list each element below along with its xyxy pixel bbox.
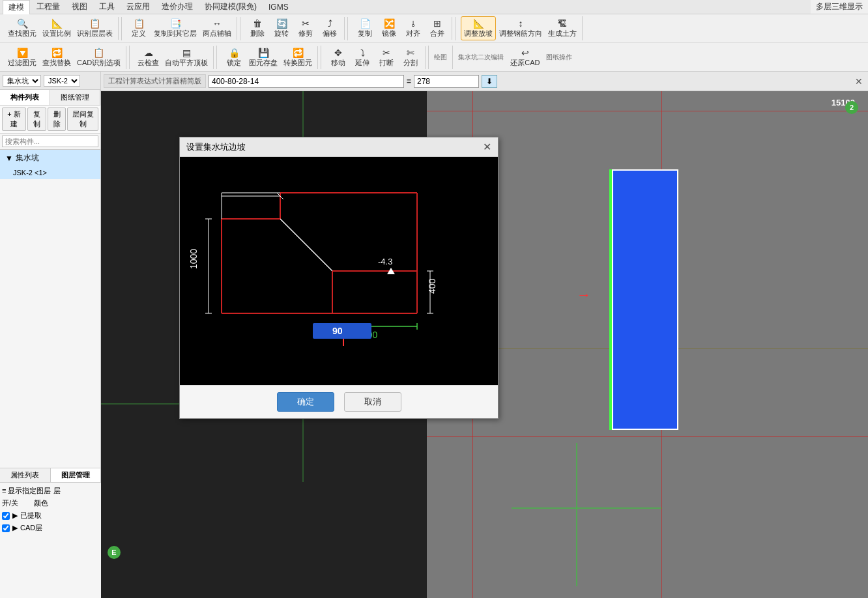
formula-close-btn[interactable]: ✕	[852, 76, 865, 87]
dialog-content: 1000 400 -4.3 400	[180, 157, 498, 385]
view-mode-label: 多层三维显示	[811, 0, 868, 14]
tree-item-jsk[interactable]: ▼ 集水坑	[0, 150, 100, 166]
menu-item-engineering[interactable]: 工程量	[31, 0, 65, 14]
trim-btn[interactable]: ✂ 修剪	[294, 17, 317, 40]
move-btn[interactable]: ✥ 移动	[326, 46, 350, 69]
convert-btn[interactable]: 🔁 转换图元	[281, 46, 315, 69]
menu-item-tools[interactable]: 工具	[94, 0, 120, 14]
merge-btn[interactable]: ⊞ 合并	[426, 17, 449, 40]
save-element-btn[interactable]: 💾 图元存盘	[246, 46, 280, 69]
filter-btn[interactable]: 🔽 过滤图元	[5, 46, 39, 69]
section-label-drawing: 图纸操作	[543, 53, 575, 62]
formula-result[interactable]	[414, 75, 479, 88]
copy-component-btn[interactable]: 复制	[27, 107, 46, 131]
lock-btn[interactable]: 🔒 锁定	[222, 46, 246, 69]
align-btn[interactable]: ⫰ 对齐	[401, 17, 425, 40]
formula-bar: 工程计算表达式计算器精简版 = ⬇ ✕	[101, 72, 868, 91]
draw-section: 📄 复制 🔀 镜像 ⫰ 对齐 ⊞ 合并	[351, 17, 452, 40]
define-icon: 📋	[132, 18, 145, 29]
slope-icon: 📐	[472, 18, 485, 29]
auto-align-icon: ▤	[180, 48, 193, 58]
define-btn[interactable]: 📋 定义	[127, 17, 151, 40]
tree-child-jsk2[interactable]: JSK-2 <1>	[0, 166, 100, 179]
delete-component-btn[interactable]: 删除	[48, 107, 66, 131]
delete-btn[interactable]: 🗑 删除	[246, 17, 269, 40]
svg-text:90: 90	[332, 326, 343, 336]
move-section: ✥ 移动 ⤵ 延伸 ✂ 打断 ✄ 分割	[324, 46, 426, 69]
layer-cad-toggle[interactable]	[2, 524, 10, 532]
dialog-titlebar: 设置集水坑边坡 ✕	[180, 137, 498, 157]
menu-item-cloud[interactable]: 云应用	[121, 0, 155, 14]
copy2-btn[interactable]: 📄 复制	[353, 17, 377, 40]
download-btn[interactable]: ⬇	[482, 75, 497, 88]
earthwork-icon: 🏗	[556, 18, 569, 29]
gen-earthwork-btn[interactable]: 🏗 生成土方	[545, 17, 579, 40]
break-btn[interactable]: ✂ 打断	[375, 46, 398, 69]
scale-icon: 📐	[50, 18, 63, 29]
dialog-footer: 确定 取消	[180, 385, 498, 418]
tab-component-list[interactable]: 构件列表	[0, 90, 50, 105]
merge-icon: ⊞	[431, 18, 444, 29]
rebar-icon: ↕	[514, 18, 527, 29]
cad-identify-btn[interactable]: 📋 CAD识别选项	[74, 46, 123, 69]
axis-icon: ↔	[210, 18, 224, 29]
menu-item-pricing[interactable]: 造价办理	[156, 0, 198, 14]
restore-cad-btn[interactable]: ↩ 还原CAD	[508, 46, 542, 69]
split-icon: ✄	[404, 48, 417, 58]
tree-label: 集水坑	[16, 152, 39, 164]
split-btn[interactable]: ✄ 分割	[399, 46, 422, 69]
copy-layer-btn[interactable]: 📑 复制到其它层	[151, 17, 199, 40]
edit-section: 📋 定义 📑 复制到其它层 ↔ 两点辅轴	[124, 17, 237, 40]
search-input[interactable]	[2, 135, 98, 147]
dialog-close-btn[interactable]: ✕	[483, 141, 491, 153]
svg-text:400: 400	[427, 278, 437, 294]
extend-btn[interactable]: ⤵ 延伸	[351, 46, 374, 69]
expand-icon: ▼	[5, 154, 13, 163]
find-replace-icon: 🔁	[50, 48, 63, 58]
new-component-btn[interactable]: + 新建	[2, 107, 26, 131]
align-icon: ⫰	[407, 18, 420, 29]
trim-icon: ✂	[299, 18, 312, 29]
mirror-icon: 🔀	[383, 18, 396, 29]
rotate-icon: 🔄	[275, 18, 288, 29]
axis-btn[interactable]: ↔ 两点辅轴	[200, 17, 234, 40]
tab-properties[interactable]: 属性列表	[0, 468, 51, 482]
cloud-check-btn[interactable]: ☁ 云检查	[135, 46, 162, 69]
layer-label: 层	[53, 486, 61, 496]
tab-layer-mgmt[interactable]: 图层管理	[51, 468, 102, 482]
sep4	[455, 17, 456, 40]
adjust-rebar-btn[interactable]: ↕ 调整钢筋方向	[497, 17, 545, 40]
recognize-layer-btn[interactable]: 📋 识别层层表	[74, 17, 115, 40]
component-type-select[interactable]: 集水坑	[3, 75, 41, 87]
component-id-select[interactable]: JSK-2	[44, 75, 80, 87]
extend-icon: ⤵	[356, 48, 369, 58]
offset-btn[interactable]: ⤴ 偏移	[318, 17, 341, 40]
menu-item-build[interactable]: 建模	[3, 0, 30, 14]
svg-text:-4.3: -4.3	[378, 257, 392, 266]
quick-actions: 🔍 查找图元 📐 设置比例 📋 识别层层表	[3, 17, 119, 40]
menu-item-view[interactable]: 视图	[66, 0, 93, 14]
floor-copy-btn[interactable]: 层间复制	[67, 107, 98, 131]
formula-expression[interactable]	[209, 75, 404, 88]
canvas-area: 工程计算表达式计算器精简版 = ⬇ ✕ E 15100	[101, 72, 868, 598]
menu-bar: 建模 工程量 视图 工具 云应用 造价办理 协同建模(限免) IGMS 多层三维…	[0, 0, 868, 14]
cancel-btn[interactable]: 取消	[344, 392, 401, 412]
layer-action-row: ≡ 显示指定图层 层	[2, 485, 99, 497]
menu-item-igms[interactable]: IGMS	[263, 1, 294, 13]
confirm-btn[interactable]: 确定	[277, 392, 334, 412]
section-label-draw: 绘图	[431, 53, 450, 62]
tab-drawing-mgmt[interactable]: 图纸管理	[50, 90, 100, 105]
auto-align-btn[interactable]: ▤ 自动平齐顶板	[162, 46, 210, 69]
layer-extracted-toggle[interactable]	[2, 512, 10, 520]
adjust-slope-btn[interactable]: 📐 调整放坡	[461, 16, 496, 40]
layer-extracted-label: 已提取	[20, 511, 42, 520]
convert-icon: 🔁	[291, 48, 304, 58]
menu-item-collab[interactable]: 协同建模(限免)	[199, 0, 262, 14]
rotate-btn[interactable]: 🔄 旋转	[270, 17, 293, 40]
mirror-btn[interactable]: 🔀 镜像	[377, 17, 401, 40]
new-icon: +	[7, 110, 11, 118]
dialog-set-slope[interactable]: 设置集水坑边坡 ✕	[179, 137, 499, 419]
set-scale-btn[interactable]: 📐 设置比例	[40, 17, 74, 40]
find-replace-btn[interactable]: 🔁 查找替换	[40, 46, 74, 69]
find-element-btn[interactable]: 🔍 查找图元	[5, 17, 39, 40]
